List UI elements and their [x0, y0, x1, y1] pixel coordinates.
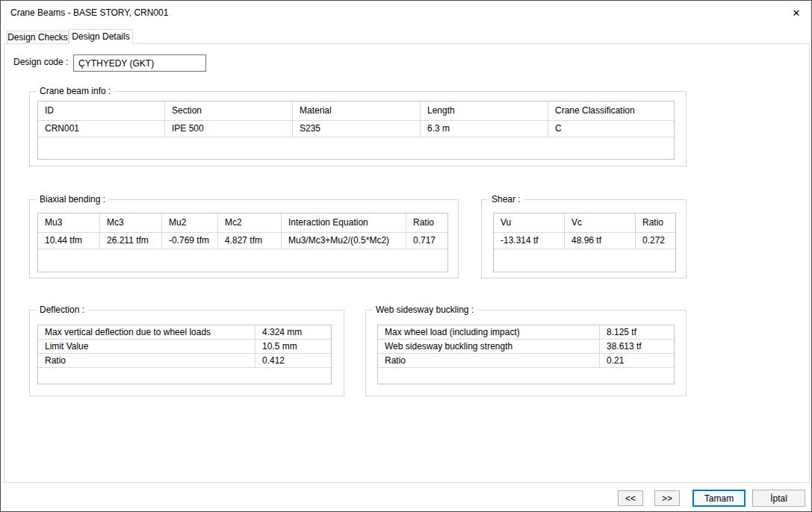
deflection-group-label: Deflection : — [36, 305, 88, 315]
cell-label: Ratio — [38, 354, 255, 367]
cell-vu: -13.314 tf — [494, 233, 565, 249]
title-bar: Crane Beams - BASE STORY, CRN001 ✕ — [1, 1, 811, 24]
header-cell-crane-classification: Crane Classification — [548, 102, 674, 120]
shear-table: Vu Vc Ratio -13.314 tf 48.96 tf 0.272 — [493, 213, 676, 272]
cell-interaction-equation: Mu3/Mc3+Mu2/(0.5*Mc2) — [282, 233, 406, 249]
table-header-row: Mu3 Mc3 Mu2 Mc2 Interaction Equation Rat… — [38, 213, 447, 233]
crane-beams-dialog: Crane Beams - BASE STORY, CRN001 ✕ Desig… — [0, 0, 812, 512]
cell-label: Limit Value — [38, 340, 255, 353]
cell-id: CRN001 — [38, 121, 165, 137]
web-sidesway-buckling-table: Max wheel load (including impact) 8.125 … — [377, 325, 675, 384]
table-row: CRN001 IPE 500 S235 6.3 m C — [38, 121, 674, 137]
close-button[interactable]: ✕ — [786, 3, 807, 22]
cell-vc: 48.96 tf — [565, 233, 636, 249]
biaxial-bending-table: Mu3 Mc3 Mu2 Mc2 Interaction Equation Rat… — [37, 213, 448, 272]
tab-design-checks[interactable]: Design Checks — [7, 31, 69, 43]
cell-value: 4.324 mm — [255, 325, 331, 339]
table-header-row: Vu Vc Ratio — [494, 213, 675, 233]
header-cell-ratio: Ratio — [406, 213, 447, 232]
header-cell-mu2: Mu2 — [162, 213, 218, 232]
table-row: Ratio 0.412 — [38, 354, 331, 368]
web-sidesway-buckling-group-label: Web sidesway buckling : — [372, 305, 477, 315]
header-cell-mc2: Mc2 — [218, 213, 282, 232]
header-cell-id: ID — [38, 102, 165, 120]
shear-group-label: Shear : — [488, 194, 524, 205]
shear-group: Shear : Vu Vc Ratio -13.314 tf 48.96 tf … — [481, 199, 687, 278]
close-icon: ✕ — [793, 7, 801, 19]
biaxial-bending-group-label: Biaxial bending : — [36, 194, 109, 205]
table-row: -13.314 tf 48.96 tf 0.272 — [494, 233, 675, 249]
design-code-input[interactable] — [73, 54, 206, 72]
cell-value: 38.613 tf — [600, 340, 674, 353]
header-cell-mc3: Mc3 — [100, 213, 162, 232]
cell-section: IPE 500 — [165, 121, 293, 137]
cell-material: S235 — [293, 121, 421, 137]
cell-ratio: 0.717 — [406, 233, 447, 249]
deflection-table: Max vertical deflection due to wheel loa… — [37, 325, 332, 384]
crane-beam-info-table: ID Section Material Length Crane Classif… — [37, 101, 675, 160]
tab-design-checks-label: Design Checks — [7, 32, 68, 43]
window-title: Crane Beams - BASE STORY, CRN001 — [10, 7, 168, 18]
table-row: Web sidesway buckling strength 38.613 tf — [378, 340, 674, 354]
cell-label: Max wheel load (including impact) — [378, 325, 600, 339]
header-cell-mu3: Mu3 — [38, 213, 100, 232]
header-cell-vc: Vc — [565, 213, 636, 232]
header-cell-vu: Vu — [494, 213, 565, 232]
biaxial-bending-group: Biaxial bending : Mu3 Mc3 Mu2 Mc2 Intera… — [29, 199, 459, 278]
next-button[interactable]: >> — [654, 490, 680, 506]
previous-button[interactable]: << — [618, 490, 643, 506]
tab-design-details[interactable]: Design Details — [69, 29, 133, 44]
header-cell-ratio: Ratio — [636, 213, 675, 232]
cell-label: Ratio — [378, 354, 600, 367]
cell-value: 0.21 — [600, 354, 674, 367]
design-code-label: Design code : — [13, 57, 68, 67]
cell-mc3: 26.211 tfm — [100, 233, 162, 249]
cell-label: Max vertical deflection due to wheel loa… — [38, 325, 255, 339]
table-row: Max vertical deflection due to wheel loa… — [38, 325, 331, 340]
cell-mu3: 10.44 tfm — [38, 233, 100, 249]
cell-length: 6.3 m — [421, 121, 548, 137]
cell-ratio: 0.272 — [636, 233, 675, 249]
cell-value: 10.5 mm — [255, 340, 331, 353]
tab-design-details-label: Design Details — [72, 31, 129, 42]
cell-crane-classification: C — [548, 121, 674, 137]
table-row: 10.44 tfm 26.211 tfm -0.769 tfm 4.827 tf… — [38, 233, 447, 249]
cell-label: Web sidesway buckling strength — [378, 340, 600, 353]
table-row: Limit Value 10.5 mm — [38, 340, 331, 354]
crane-beam-info-group-label: Crane beam info : — [36, 86, 114, 96]
cell-value: 8.125 tf — [600, 325, 674, 339]
cancel-button[interactable]: İptal — [752, 490, 805, 507]
cell-mu2: -0.769 tfm — [162, 233, 218, 249]
table-header-row: ID Section Material Length Crane Classif… — [38, 102, 674, 121]
header-cell-section: Section — [165, 102, 293, 120]
ok-button[interactable]: Tamam — [692, 490, 746, 507]
web-sidesway-buckling-group: Web sidesway buckling : Max wheel load (… — [365, 310, 687, 396]
table-row: Ratio 0.21 — [378, 354, 674, 368]
table-row: Max wheel load (including impact) 8.125 … — [378, 325, 674, 340]
cell-mc2: 4.827 tfm — [218, 233, 282, 249]
header-cell-interaction-equation: Interaction Equation — [282, 213, 406, 232]
cell-value: 0.412 — [255, 354, 331, 367]
crane-beam-info-group: Crane beam info : ID Section Material Le… — [29, 91, 687, 166]
header-cell-material: Material — [293, 102, 421, 120]
header-cell-length: Length — [421, 102, 548, 120]
deflection-group: Deflection : Max vertical deflection due… — [29, 310, 344, 396]
